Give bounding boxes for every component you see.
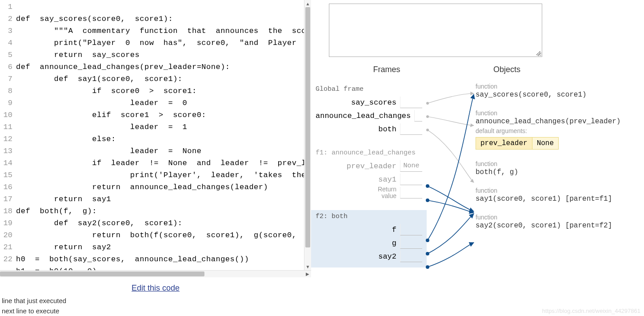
object-say-scores: function say_scores(score0, score1) [476,83,644,99]
vertical-scrollbar[interactable]: ▲ ▼ [304,0,311,270]
execution-legend: line that just executed next line to exe… [0,296,311,316]
frame-f1: f1: announce_lead_changes prev_leaderNon… [311,146,427,204]
var-say1: say1 [316,173,422,186]
frame-f2: f2: both f g say2 [311,210,427,267]
object-announce-lead-changes: function announce_lead_changes(prev_lead… [476,109,644,150]
program-output[interactable] [329,4,542,57]
visualization-panel: Frames Objects Global frame say_scores a… [311,0,644,316]
var-prev-leader: prev_leaderNone [316,159,422,173]
object-both: function both(f, g) [476,160,644,176]
var-both: both [316,122,422,136]
line-gutter: 12345678910111213141516171819202122 [0,0,16,270]
var-g: g [316,236,422,250]
var-say2: say2 [316,250,422,263]
just-executed-label: line that just executed [2,296,309,306]
hscroll-thumb[interactable] [0,271,204,276]
scroll-thumb[interactable] [305,7,310,247]
global-frame: Global frame say_scores announce_lead_ch… [311,83,427,140]
objects-header: Objects [444,65,644,74]
object-say2: function say2(score0, score1) [parent=f2… [476,214,644,230]
var-return-value: Returnvalue [316,186,422,199]
var-announce-lead-changes: announce_lead_changes [316,109,422,122]
object-say1: function say1(score0, score1) [parent=f1… [476,187,644,203]
scroll-down-icon[interactable]: ▼ [304,263,311,270]
code-text: def say_scores(score0, score1): """A com… [16,0,311,270]
scroll-right-icon[interactable]: ▶ [304,271,311,277]
code-editor[interactable]: 12345678910111213141516171819202122 def … [0,0,311,270]
next-line-label: next line to execute [2,306,309,316]
edit-code-link[interactable]: Edit this code [132,284,180,292]
horizontal-scrollbar[interactable]: ▶ [0,270,311,277]
code-panel: 12345678910111213141516171819202122 def … [0,0,311,316]
watermark: https://blog.csdn.net/weixin_44297861 [542,308,640,314]
scroll-up-icon[interactable]: ▲ [304,0,311,7]
var-f: f [316,223,422,236]
default-args-box: prev_leader None [476,137,559,150]
var-say-scores: say_scores [316,96,422,109]
frames-header: Frames [329,65,444,74]
